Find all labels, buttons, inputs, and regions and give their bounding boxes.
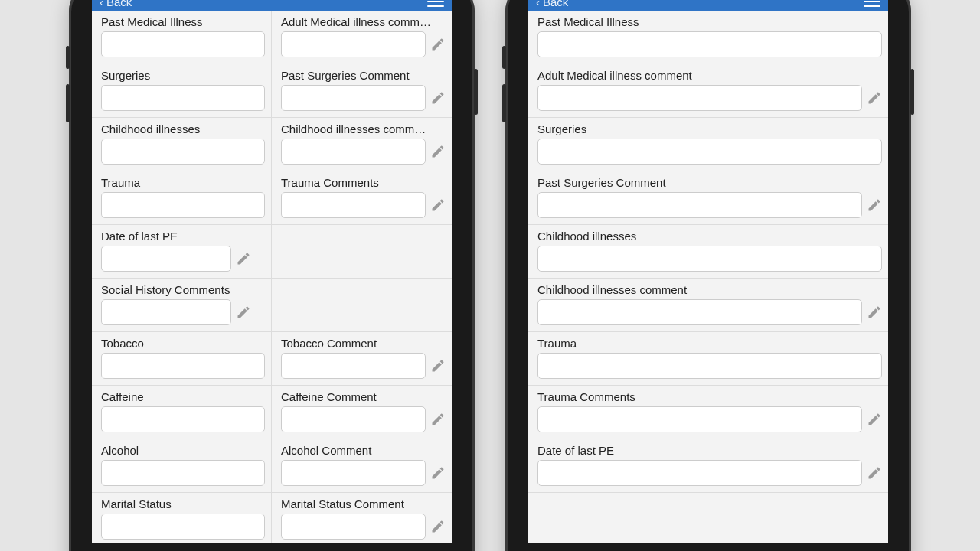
- text-input[interactable]: [537, 353, 882, 379]
- pencil-icon[interactable]: [236, 251, 251, 266]
- pencil-icon[interactable]: [430, 412, 446, 427]
- input-wrap: [281, 139, 446, 165]
- input-wrap: [537, 85, 882, 111]
- form-row: TraumaTrauma Comments: [92, 171, 452, 225]
- text-input[interactable]: [281, 31, 426, 57]
- back-label: Back: [106, 0, 132, 8]
- pencil-icon[interactable]: [430, 144, 446, 159]
- field-label: Caffeine Comment: [281, 390, 446, 403]
- pencil-icon[interactable]: [867, 465, 882, 481]
- text-input[interactable]: [101, 406, 265, 432]
- chevron-left-icon: ‹: [100, 0, 103, 8]
- input-wrap: [101, 353, 265, 379]
- form-field: Adult Medical illness comm…: [272, 11, 452, 64]
- text-input[interactable]: [101, 85, 265, 111]
- text-input[interactable]: [101, 514, 265, 540]
- form-field: Trauma Comments: [528, 386, 888, 439]
- phone-side-button: [910, 69, 914, 115]
- text-input[interactable]: [281, 192, 426, 218]
- text-input[interactable]: [101, 353, 265, 379]
- text-input[interactable]: [281, 514, 426, 540]
- form-field: Marital Status: [92, 493, 272, 543]
- text-input[interactable]: [537, 192, 862, 218]
- field-label: Trauma: [537, 337, 882, 350]
- app-header: ‹ Back: [528, 0, 888, 11]
- text-input[interactable]: [101, 299, 231, 325]
- field-label: Marital Status Comment: [281, 497, 446, 510]
- field-label: Childhood illnesses: [537, 230, 882, 243]
- form-field: Trauma: [92, 171, 272, 224]
- form-body[interactable]: Past Medical IllnessAdult Medical illnes…: [92, 11, 452, 543]
- text-input[interactable]: [537, 246, 882, 272]
- text-input[interactable]: [101, 246, 231, 272]
- text-input[interactable]: [281, 85, 426, 111]
- field-label: Date of last PE: [537, 444, 882, 457]
- pencil-icon[interactable]: [867, 412, 882, 427]
- input-wrap: [101, 460, 265, 486]
- app-header: ‹ Back: [92, 0, 452, 11]
- text-input[interactable]: [101, 31, 265, 57]
- text-input[interactable]: [537, 85, 862, 111]
- text-input[interactable]: [537, 406, 862, 432]
- form-row: SurgeriesPast Surgeries Comment: [92, 64, 452, 118]
- form-field: Trauma: [528, 332, 888, 385]
- input-wrap: [101, 299, 265, 325]
- back-button[interactable]: ‹ Back: [536, 0, 568, 8]
- chevron-left-icon: ‹: [536, 0, 540, 8]
- pencil-icon[interactable]: [430, 358, 446, 373]
- form-row: Social History Comments: [92, 279, 452, 332]
- input-wrap: [101, 246, 265, 272]
- pencil-icon[interactable]: [430, 37, 446, 52]
- input-wrap: [537, 139, 882, 165]
- field-label: Date of last PE: [101, 230, 265, 243]
- pencil-icon[interactable]: [430, 197, 446, 213]
- text-input[interactable]: [537, 139, 882, 165]
- text-input[interactable]: [281, 460, 426, 486]
- text-input[interactable]: [281, 139, 426, 165]
- phone-side-button: [66, 84, 70, 122]
- form-row: CaffeineCaffeine Comment: [92, 386, 452, 439]
- pencil-icon[interactable]: [430, 465, 446, 481]
- text-input[interactable]: [101, 192, 265, 218]
- input-wrap: [101, 139, 265, 165]
- form-row: Date of last PE: [528, 439, 888, 493]
- text-input[interactable]: [537, 299, 862, 325]
- form-field: Alcohol Comment: [272, 439, 452, 492]
- text-input[interactable]: [281, 406, 426, 432]
- form-row: Past Medical Illness: [528, 11, 888, 64]
- pencil-icon[interactable]: [867, 305, 882, 320]
- pencil-icon[interactable]: [430, 519, 446, 534]
- form-row: Adult Medical illness comment: [528, 64, 888, 118]
- menu-icon[interactable]: [864, 0, 880, 7]
- text-input[interactable]: [281, 353, 426, 379]
- input-wrap: [281, 85, 446, 111]
- form-row: Past Medical IllnessAdult Medical illnes…: [92, 11, 452, 64]
- field-label: Trauma Comments: [281, 176, 446, 189]
- menu-icon[interactable]: [427, 0, 444, 7]
- phone-side-button: [66, 46, 70, 69]
- form-field: Surgeries: [528, 118, 888, 171]
- text-input[interactable]: [101, 139, 265, 165]
- field-label: Past Medical Illness: [101, 15, 265, 28]
- screen: ‹ Back Past Medical IllnessAdult Medical…: [528, 0, 888, 543]
- back-button[interactable]: ‹ Back: [100, 0, 132, 8]
- pencil-icon[interactable]: [867, 90, 882, 106]
- form-row: Childhood illnesses comment: [528, 279, 888, 332]
- form-field: Caffeine: [92, 386, 272, 439]
- form-field: Adult Medical illness comment: [528, 64, 888, 117]
- input-wrap: [101, 192, 265, 218]
- pencil-icon[interactable]: [236, 305, 251, 320]
- pencil-icon[interactable]: [867, 197, 882, 213]
- field-label: Past Surgeries Comment: [537, 176, 882, 189]
- field-label: Alcohol: [101, 444, 265, 457]
- input-wrap: [281, 353, 446, 379]
- field-label: Adult Medical illness comm…: [281, 15, 446, 28]
- pencil-icon[interactable]: [430, 90, 446, 106]
- form-row: Date of last PE: [92, 225, 452, 279]
- text-input[interactable]: [537, 460, 862, 486]
- text-input[interactable]: [537, 31, 882, 57]
- form-field: Date of last PE: [528, 439, 888, 492]
- form-field: Childhood illnesses comm…: [272, 118, 452, 171]
- form-body[interactable]: Past Medical IllnessAdult Medical illnes…: [528, 11, 888, 543]
- text-input[interactable]: [101, 460, 265, 486]
